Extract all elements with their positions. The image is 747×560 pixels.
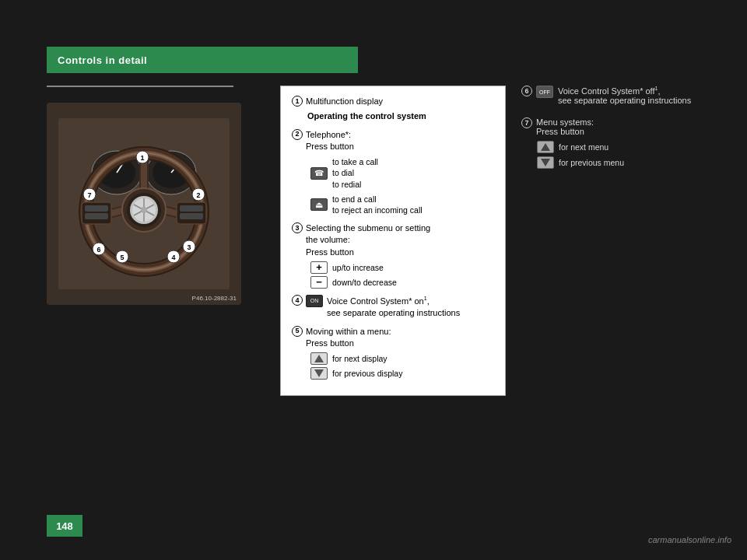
minus-icon: −	[310, 276, 328, 289]
plus-row: + up/to increase	[310, 261, 494, 274]
nav-up-label: for next display	[332, 353, 388, 365]
right-panel: 6 OFF Voice Control System* off1,see sep…	[521, 86, 700, 482]
right-section-6-label: Voice Control System* off1,see separate …	[558, 86, 691, 105]
nav-down-icon	[310, 367, 328, 380]
section-4: 4 ON Voice Control System* on1,see separ…	[292, 295, 494, 319]
svg-text:5: 5	[120, 254, 124, 261]
plus-icon: +	[310, 261, 328, 274]
section-1: 1 Multifunction display Operating the co…	[292, 96, 494, 123]
svg-point-24	[141, 207, 147, 213]
right-section-7-num: 7	[521, 117, 532, 128]
instructions-box: 1 Multifunction display Operating the co…	[280, 86, 506, 396]
svg-marker-47	[541, 143, 550, 151]
svg-text:2: 2	[196, 191, 200, 199]
section-5-num: 5	[292, 326, 303, 337]
nav-up-icon	[310, 352, 328, 365]
phone-hangup-label: to end a callto reject an incoming call	[332, 194, 423, 216]
menu-prev-label: for previous menu	[559, 158, 624, 167]
voice-on-icon: ON	[306, 295, 323, 307]
section-5: 5 Moving within a menu:Press button for …	[292, 326, 494, 380]
section-3: 3 Selecting the submenu or settingthe vo…	[292, 222, 494, 289]
right-section-6-num: 6	[521, 86, 532, 96]
operating-control-system-title: Operating the control system	[307, 111, 426, 121]
header-bar: Controls in detail	[47, 47, 358, 73]
svg-rect-29	[180, 205, 203, 212]
steering-wheel-image: 1 2 3 4 5 6	[47, 103, 241, 305]
phone-pickup-row: ☎ to take a callto dialto redial	[310, 156, 494, 191]
svg-text:1: 1	[140, 154, 144, 162]
section-2: 2 Telephone*: Press button ☎ to take a c…	[292, 129, 494, 216]
menu-prev-icon	[537, 156, 554, 169]
svg-rect-26	[85, 205, 108, 212]
section-3-num: 3	[292, 222, 303, 233]
right-section-7-label: Menu systems:Press button	[536, 117, 594, 136]
menu-next-icon	[537, 141, 554, 153]
menu-next-label: for next menu	[559, 142, 608, 152]
section-1-num: 1	[292, 96, 303, 107]
page-number: 148	[47, 515, 82, 537]
section-2-num: 2	[292, 129, 303, 140]
photo-credit: P46.10-2882-31	[192, 295, 237, 302]
right-section-7-items: for next menu for previous menu	[537, 141, 700, 169]
divider-line	[47, 86, 233, 87]
middle-panel: 1 Multifunction display Operating the co…	[280, 86, 506, 482]
nav-down-row: for previous display	[310, 367, 494, 380]
svg-marker-48	[541, 159, 550, 166]
nav-down-label: for previous display	[332, 368, 402, 380]
menu-next-row: for next menu	[537, 141, 700, 153]
phone-pickup-icon: ☎	[310, 167, 328, 180]
minus-row: − down/to decrease	[310, 276, 494, 289]
minus-label: down/to decrease	[332, 277, 397, 289]
voice-off-icon: OFF	[536, 86, 553, 98]
right-section-6: 6 OFF Voice Control System* off1,see sep…	[521, 86, 700, 105]
watermark: carmanualsonline.info	[648, 535, 731, 544]
right-section-7: 7 Menu systems:Press button for next men…	[521, 117, 700, 169]
section-4-label: Voice Control System* on1,see separate o…	[327, 295, 460, 319]
svg-marker-45	[314, 355, 324, 362]
svg-text:3: 3	[187, 243, 191, 251]
steering-wheel-svg: 1 2 3 4 5 6	[58, 118, 230, 289]
section-5-label: Moving within a menu:Press button	[306, 327, 391, 348]
section-4-num: 4	[292, 295, 303, 306]
section-3-label: Selecting the submenu or settingthe volu…	[306, 223, 430, 257]
section-2-press: Press button	[306, 142, 354, 151]
header-title: Controls in detail	[58, 54, 147, 66]
phone-pickup-label: to take a callto dialto redial	[332, 156, 378, 191]
main-content: 1 2 3 4 5 6	[47, 86, 700, 482]
phone-hangup-icon: ⏏	[310, 198, 328, 211]
svg-text:4: 4	[171, 254, 175, 261]
svg-text:6: 6	[96, 246, 100, 254]
nav-up-row: for next display	[310, 352, 494, 365]
svg-marker-46	[314, 369, 324, 377]
svg-rect-30	[180, 213, 203, 219]
menu-prev-row: for previous menu	[537, 156, 700, 169]
section-1-label: Multifunction display	[306, 96, 383, 107]
svg-rect-27	[85, 213, 108, 219]
svg-text:7: 7	[87, 191, 91, 199]
phone-hangup-row: ⏏ to end a callto reject an incoming cal…	[310, 194, 494, 216]
left-panel: 1 2 3 4 5 6	[47, 86, 265, 482]
section-2-label: Telephone*:	[306, 130, 351, 139]
steering-wheel-container: 1 2 3 4 5 6	[47, 103, 241, 305]
plus-label: up/to increase	[332, 262, 384, 274]
